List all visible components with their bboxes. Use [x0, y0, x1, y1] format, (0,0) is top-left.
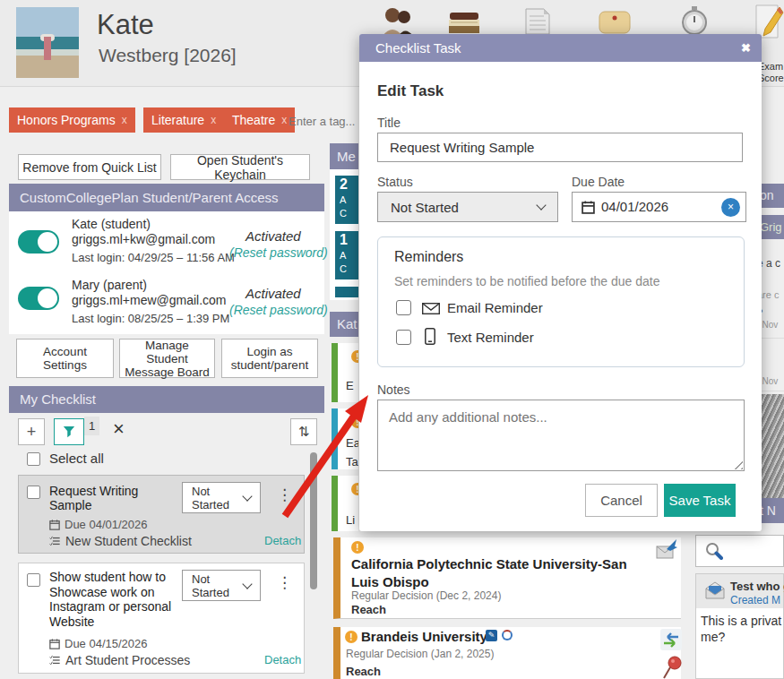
- status-value: Not Started: [192, 572, 244, 599]
- college-name-fragment: E: [346, 379, 354, 392]
- college-name[interactable]: Brandeis University: [361, 629, 487, 644]
- account-status: Activated: [246, 286, 301, 301]
- date-month: A: [340, 249, 358, 262]
- message-search-box[interactable]: [695, 535, 784, 567]
- manage-message-board-button[interactable]: Manage Student Message Board: [119, 339, 215, 378]
- notes-textarea[interactable]: [377, 400, 745, 471]
- account-name: Mary (parent): [72, 278, 147, 292]
- date-extra: C: [340, 207, 358, 220]
- account-email: griggs.ml+kw@gmail.com: [72, 232, 215, 246]
- date-day: 2: [340, 176, 358, 193]
- status-select[interactable]: Not Started: [377, 192, 558, 222]
- books-icon[interactable]: [448, 11, 480, 34]
- exam-score-label: Score: [758, 73, 784, 83]
- college-decision: Regular Decision (Jan 2, 2025): [346, 648, 494, 660]
- due-date-value: 04/01/2026: [601, 199, 668, 214]
- notes-label: Notes: [377, 382, 410, 397]
- modal-title: Checklist Task: [375, 34, 461, 62]
- tag-honors-programs[interactable]: Honors Programs x: [9, 107, 135, 133]
- student-avatar[interactable]: [16, 7, 79, 78]
- cancel-button[interactable]: Cancel: [585, 484, 658, 517]
- college-item-fragment[interactable]: ! Li: [332, 476, 358, 531]
- task-status-select[interactable]: Not Started: [182, 570, 261, 601]
- students-icon[interactable]: [381, 7, 415, 36]
- clear-date-button[interactable]: ×: [721, 198, 740, 217]
- task-source-list: New Student Checklist: [65, 534, 192, 548]
- tag-literature[interactable]: Literature x: [143, 107, 224, 133]
- text-reminder-checkbox[interactable]: [396, 330, 411, 345]
- sort-icon: ⇅: [298, 424, 310, 440]
- detach-link[interactable]: Detach: [264, 534, 301, 547]
- college-name-fragment: Ta: [346, 455, 358, 468]
- task-checkbox[interactable]: [27, 573, 40, 587]
- parent-access-toggle[interactable]: [18, 287, 59, 310]
- clear-filter-icon[interactable]: ×: [113, 417, 125, 441]
- status-label: Status: [377, 175, 413, 189]
- message-created-link[interactable]: Created M: [730, 594, 780, 606]
- modal-heading: Edit Task: [377, 82, 444, 100]
- sync-icon[interactable]: [660, 629, 682, 650]
- task-menu-icon[interactable]: ⋮: [277, 487, 292, 503]
- task-title-input[interactable]: [377, 133, 743, 162]
- task-due-date: Due 04/15/2026: [65, 637, 148, 650]
- open-keychain-button[interactable]: Open Student's Keychain: [170, 154, 310, 180]
- calendar-icon: [582, 201, 595, 214]
- select-all-label: Select all: [49, 451, 104, 466]
- access-panel-header: CustomCollegePlan Student/Parent Access: [9, 184, 324, 211]
- login-as-button[interactable]: Login as student/parent: [221, 339, 318, 378]
- date-month: A: [340, 193, 358, 207]
- college-name[interactable]: California Polytechnic State University-…: [351, 555, 647, 591]
- email-reminder-checkbox[interactable]: [396, 300, 411, 315]
- student-last-name: Westberg [2026]: [99, 45, 237, 66]
- tag-remove-icon[interactable]: x: [122, 114, 127, 126]
- phone-icon: [425, 328, 435, 345]
- student-access-toggle[interactable]: [18, 230, 59, 254]
- open-envelope-icon: [705, 581, 725, 599]
- reminders-subtext: Set reminders to be notified before the …: [394, 274, 660, 288]
- date-day: 1: [340, 231, 358, 249]
- task-source-list: Art Student Processes: [65, 653, 190, 667]
- stopwatch-icon[interactable]: [679, 5, 710, 36]
- remove-from-quick-list-button[interactable]: Remove from Quick List: [18, 154, 161, 180]
- select-all-checkbox[interactable]: [27, 452, 40, 466]
- meeting-date-block[interactable]: 1 A C: [335, 231, 358, 279]
- account-status: Activated: [246, 228, 301, 244]
- sort-button[interactable]: ⇅: [290, 418, 317, 445]
- pushpin-icon[interactable]: [662, 655, 683, 679]
- meetings-header-fragment: Me: [330, 143, 358, 169]
- reset-password-link[interactable]: (Reset password): [229, 303, 328, 317]
- account-settings-button[interactable]: Account Settings: [16, 339, 114, 378]
- save-task-button[interactable]: Save Task: [664, 484, 736, 517]
- case-icon[interactable]: [599, 11, 631, 34]
- tag-input[interactable]: [287, 109, 360, 133]
- message-panel[interactable]: Test who g Created M This is a privat me…: [695, 573, 784, 679]
- checklist-scrollbar[interactable]: [310, 452, 317, 589]
- task-status-select[interactable]: Not Started: [182, 482, 261, 513]
- document-icon[interactable]: [524, 7, 551, 36]
- meeting-date-block-partial: [335, 287, 358, 297]
- reminders-box: Reminders Set reminders to be notified b…: [377, 236, 745, 367]
- checklist-list-icon: [49, 536, 61, 546]
- college-item-fragment[interactable]: ! Ea Ta: [332, 408, 358, 469]
- task-due-date: Due 04/01/2026: [65, 518, 148, 531]
- filter-funnel-icon: [63, 425, 75, 438]
- student-first-name: Kate: [97, 9, 154, 41]
- task-menu-icon[interactable]: ⋮: [277, 575, 292, 590]
- calendar-icon: [49, 639, 60, 649]
- chevron-down-icon: [242, 491, 252, 501]
- filter-button[interactable]: [54, 418, 84, 445]
- reset-password-link[interactable]: (Reset password): [229, 245, 328, 260]
- email-icon: [422, 303, 440, 314]
- tag-theatre[interactable]: Theatre x: [224, 107, 295, 133]
- due-date-field[interactable]: 04/01/2026 ×: [572, 192, 746, 222]
- close-icon[interactable]: ✖: [741, 34, 751, 62]
- college-name-fragment: Ea: [346, 436, 358, 450]
- college-item-fragment[interactable]: ! E: [332, 343, 358, 402]
- detach-link[interactable]: Detach: [264, 653, 301, 666]
- meeting-date-block[interactable]: 2 A C: [335, 176, 358, 224]
- checklist-list-icon: [49, 655, 61, 666]
- send-email-icon[interactable]: [655, 538, 679, 563]
- add-task-button[interactable]: +: [18, 418, 45, 445]
- tag-remove-icon[interactable]: x: [211, 114, 216, 126]
- task-checkbox[interactable]: [27, 486, 40, 499]
